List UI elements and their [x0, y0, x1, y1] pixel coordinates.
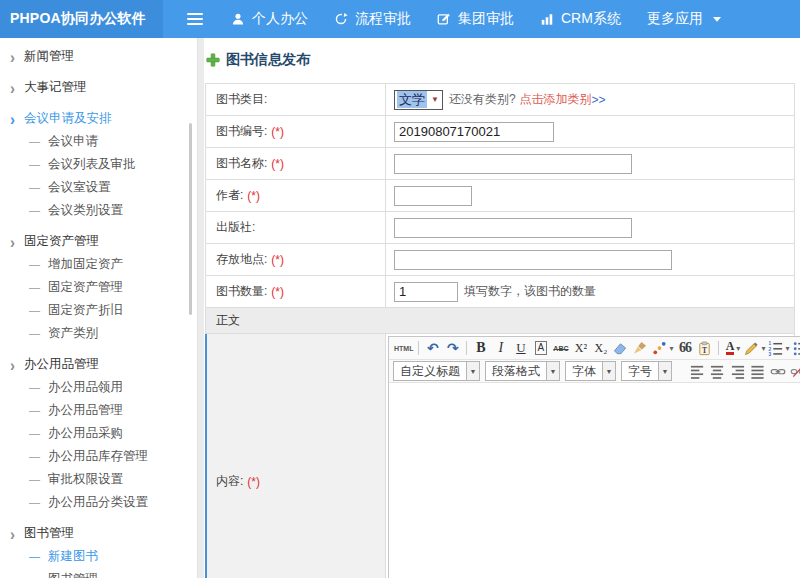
highlight-icon[interactable]: ▾ [743, 339, 766, 358]
required-marker: (*) [271, 125, 284, 139]
add-category-arrows[interactable]: >> [592, 93, 606, 107]
align-center-icon[interactable] [708, 362, 727, 381]
undo-icon[interactable]: ↶ [423, 339, 442, 358]
sidebar-item[interactable]: —会议室设置 [0, 176, 197, 199]
required-marker: (*) [247, 475, 260, 489]
page-title: 图书信息发布 [226, 51, 310, 69]
nav-crm-system[interactable]: CRM系统 [540, 10, 621, 28]
sidebar-scrollbar[interactable] [189, 123, 192, 315]
menu-icon[interactable] [187, 13, 203, 25]
author-input[interactable] [394, 186, 472, 206]
sidebar-item[interactable]: —增加固定资产 [0, 253, 197, 276]
sidebar-item[interactable]: —固定资产管理 [0, 276, 197, 299]
sidebar-item-label: 办公用品管理 [48, 402, 123, 419]
editor-toolbar-row1: HTML↶↷BIUAABCX²X₂▾66TA▾▾123▾▾ [389, 337, 800, 360]
toolbar-separator [718, 341, 719, 355]
remove-format-icon[interactable] [611, 339, 630, 358]
nav-item-label: 个人办公 [252, 10, 308, 28]
sidebar-item[interactable]: ›会议申请及安排 [0, 107, 197, 130]
sidebar-item[interactable]: —审批权限设置 [0, 468, 197, 491]
align-left-icon[interactable] [688, 362, 707, 381]
bold-icon[interactable]: B [471, 339, 490, 358]
sidebar-item-label: 固定资产管理 [48, 279, 123, 296]
nav-process-approval[interactable]: 流程审批 [334, 10, 411, 28]
sidebar-item[interactable]: ›图书管理 [0, 522, 197, 545]
align-justify-icon[interactable] [748, 362, 767, 381]
unlink-icon[interactable] [788, 362, 800, 381]
superscript-icon[interactable]: X² [571, 339, 590, 358]
sidebar-item[interactable]: —办公用品领用 [0, 376, 197, 399]
font-name-icon[interactable]: A [531, 339, 550, 358]
underline-icon[interactable]: U [511, 339, 530, 358]
category-label: 图书类目: [216, 91, 267, 108]
sidebar-item-label: 会议列表及审批 [48, 156, 136, 173]
book-name-input[interactable] [394, 154, 632, 174]
toolbar-separator [418, 341, 419, 355]
paste-text-icon[interactable]: T [695, 339, 714, 358]
sidebar-item-label: 会议申请 [48, 133, 98, 150]
sidebar-item[interactable]: ›新闻管理 [0, 45, 197, 68]
sidebar-item[interactable]: ›大事记管理 [0, 76, 197, 99]
add-category-link[interactable]: 点击添加类别 [520, 91, 592, 108]
form-row-author: 作者: (*) [206, 180, 794, 212]
body-section-header: 正文 [206, 308, 794, 334]
approval-icon [437, 12, 451, 26]
add-icon [206, 53, 220, 67]
dash-icon: — [29, 282, 40, 293]
main-panel: 图书信息发布 图书类目: 文学 ▼ 还没有类别? 点击添加类别 >> 图书编号:… [204, 38, 800, 578]
font-size-select[interactable]: 字号▼ [621, 361, 672, 381]
nav-group-approval[interactable]: 集团审批 [437, 10, 514, 28]
book-no-input[interactable] [394, 122, 554, 142]
dash-icon: — [29, 551, 40, 562]
sidebar-item[interactable]: ›固定资产管理 [0, 230, 197, 253]
sidebar-item-label: 办公用品领用 [48, 379, 123, 396]
category-select[interactable]: 文学 ▼ [394, 90, 443, 110]
ordered-list-icon[interactable]: 123▾ [767, 339, 790, 358]
unordered-list-icon[interactable]: ▾ [792, 339, 800, 358]
sidebar-item[interactable]: —办公用品管理 [0, 399, 197, 422]
sidebar-item[interactable]: —办公用品采购 [0, 422, 197, 445]
publisher-input[interactable] [394, 218, 632, 238]
dash-icon: — [29, 328, 40, 339]
link-icon[interactable] [768, 362, 787, 381]
sidebar-item[interactable]: —会议类别设置 [0, 199, 197, 222]
paragraph-format-select[interactable]: 段落格式▼ [485, 361, 560, 381]
dash-icon: — [29, 182, 40, 193]
italic-icon[interactable]: I [491, 339, 510, 358]
select-label: 字体 [566, 362, 602, 380]
font-color-icon[interactable]: A▾ [723, 339, 742, 358]
align-right-icon[interactable] [728, 362, 747, 381]
nav-personal-office[interactable]: 个人办公 [231, 10, 308, 28]
nav-item-label: 流程审批 [355, 10, 411, 28]
sidebar-item-label: 固定资产折旧 [48, 302, 123, 319]
quantity-label: 图书数量: [216, 283, 267, 300]
format-brush-icon[interactable] [631, 339, 650, 358]
sidebar-item[interactable]: —办公用品分类设置 [0, 491, 197, 514]
sidebar-item[interactable]: —新建图书 [0, 545, 197, 568]
sidebar-item[interactable]: —资产类别 [0, 322, 197, 345]
location-input[interactable] [394, 250, 672, 270]
strikethrough-icon[interactable]: ABC [551, 339, 570, 358]
required-marker: (*) [271, 285, 284, 299]
font-family-select[interactable]: 字体▼ [565, 361, 616, 381]
sidebar-item[interactable]: —固定资产折旧 [0, 299, 197, 322]
redo-icon[interactable]: ↷ [443, 339, 462, 358]
blockquote-icon[interactable]: 66 [675, 339, 694, 358]
sidebar-item[interactable]: —图书管理 [0, 568, 197, 578]
form-row-category: 图书类目: 文学 ▼ 还没有类别? 点击添加类别 >> [206, 84, 794, 116]
toolbar-separator [466, 341, 467, 355]
source-icon[interactable]: HTML [393, 339, 414, 358]
topbar: PHPOA协同办公软件 个人办公流程审批集团审批CRM系统更多应用 [0, 0, 800, 38]
custom-title-select[interactable]: 自定义标题▼ [393, 361, 480, 381]
sidebar-item[interactable]: —会议列表及审批 [0, 153, 197, 176]
editor-toolbar-row2: 自定义标题▼段落格式▼字体▼字号▼ [389, 360, 800, 383]
quantity-input[interactable] [394, 282, 458, 302]
nav-more-apps[interactable]: 更多应用 [647, 10, 722, 28]
sidebar-item[interactable]: —会议申请 [0, 130, 197, 153]
subscript-icon[interactable]: X₂ [591, 339, 610, 358]
sidebar-item[interactable]: ›办公用品管理 [0, 353, 197, 376]
svg-text:1: 1 [769, 341, 772, 346]
sidebar-item[interactable]: —办公用品库存管理 [0, 445, 197, 468]
auto-typeset-icon[interactable]: ▾ [651, 339, 674, 358]
editor-content[interactable] [389, 383, 800, 578]
